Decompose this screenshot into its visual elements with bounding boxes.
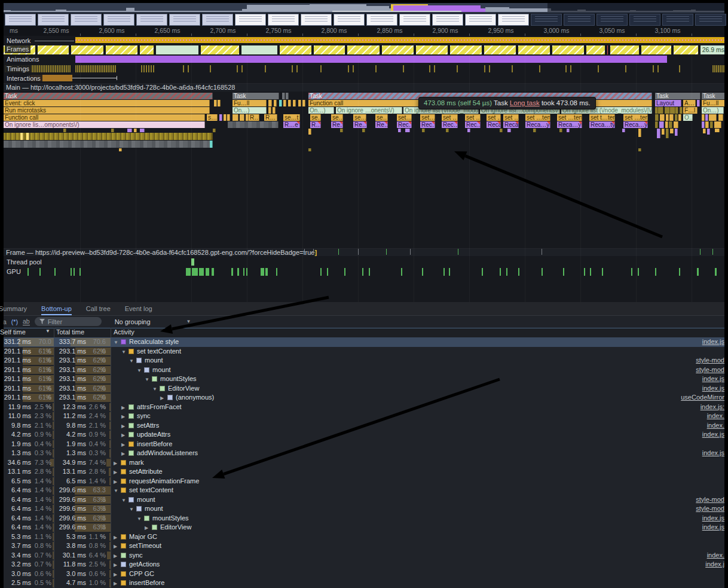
source-link[interactable]: useCodeMirror	[681, 393, 724, 403]
flame-bar[interactable]	[680, 107, 683, 114]
flame-bar[interactable]	[533, 129, 536, 132]
table-row[interactable]: 34.6 ms7.3 %34.9 ms7.4 %▶mark	[4, 458, 724, 468]
tooltip-longtask-link[interactable]: Long task	[510, 99, 540, 106]
flame-bar[interactable]: R…e	[283, 121, 300, 128]
flame-bar[interactable]: Task	[655, 93, 701, 99]
flame-bar[interactable]	[655, 114, 659, 121]
col-activity[interactable]: Activity	[114, 328, 155, 336]
flame-bar[interactable]: se…t	[310, 114, 321, 121]
collapse-arrow-icon[interactable]: ▼	[129, 357, 136, 366]
flame-bar[interactable]: Reca…yle	[525, 121, 550, 128]
flame-bar[interactable]: Function call	[4, 114, 205, 121]
flame-bar[interactable]: set…nt	[420, 114, 435, 121]
frame-segment[interactable]	[156, 45, 200, 54]
interactions-track-label[interactable]: Interactions	[5, 75, 42, 83]
source-link[interactable]: index.	[707, 421, 724, 431]
flame-bar[interactable]	[268, 100, 272, 106]
flame-bar[interactable]: Layout	[655, 100, 681, 106]
flame-bar[interactable]: set …tent	[557, 114, 582, 121]
flame-bar[interactable]: set …ent	[465, 114, 481, 121]
frame-segment[interactable]	[674, 45, 699, 54]
collapse-arrow-icon[interactable]: ▼	[121, 348, 129, 357]
flame-bar[interactable]: set …ent	[442, 114, 458, 121]
flame-bar[interactable]	[705, 121, 709, 128]
screenshot-thumbnail[interactable]	[597, 14, 628, 26]
tab-call-tree[interactable]: Call tree	[86, 302, 111, 315]
flame-bar[interactable]	[705, 114, 708, 121]
network-track-label[interactable]: Network	[5, 37, 32, 45]
flame-bar[interactable]	[662, 129, 665, 135]
flame-bar[interactable]	[63, 129, 66, 132]
flame-bar[interactable]: Event: click	[4, 100, 210, 106]
flame-bar[interactable]	[660, 114, 665, 121]
flame-bar[interactable]	[446, 129, 449, 132]
flame-bar[interactable]: Re…le	[375, 121, 388, 128]
flame-bar[interactable]: set t…tent	[589, 114, 615, 121]
collapse-arrow-icon[interactable]: ▼	[145, 375, 152, 385]
match-case-icon[interactable]: Aa	[4, 318, 7, 325]
source-link[interactable]: index.	[707, 412, 724, 421]
flame-bar[interactable]: Rec…le	[397, 121, 412, 128]
frame-segment[interactable]	[71, 45, 105, 54]
regex-icon[interactable]: (*)	[11, 318, 18, 325]
sort-arrow-icon[interactable]: ▼	[45, 328, 50, 334]
table-row[interactable]: 6.4 ms1.4 %299.6 ms63.3 %▼set textConten…	[4, 486, 724, 495]
flame-bar[interactable]	[422, 129, 425, 132]
flame-bar[interactable]: R…e	[310, 121, 321, 128]
flame-bar[interactable]: On ignore lis…omponents\/)	[4, 121, 205, 128]
col-total-time[interactable]: Total time	[56, 328, 98, 336]
flame-bar[interactable]	[293, 100, 296, 106]
flame-bar[interactable]	[274, 100, 277, 106]
frame-duration-badge[interactable]: 26.9 ms	[701, 45, 724, 54]
source-link[interactable]: style-mod	[696, 356, 724, 365]
source-link[interactable]: index.js	[702, 430, 724, 440]
expand-arrow-icon[interactable]: ▶	[121, 431, 129, 440]
flame-bar[interactable]: Reca…yle	[487, 121, 501, 128]
flame-bar[interactable]	[340, 129, 343, 132]
flame-bar[interactable]	[670, 129, 674, 133]
table-row[interactable]: 3.2 ms0.7 %11.8 ms2.5 %▶getActionsindex.…	[4, 560, 724, 569]
table-row[interactable]: 6.4 ms1.4 %299.6 ms63.3 %▶EditorViewinde…	[4, 523, 724, 532]
flame-bar[interactable]: se…nt	[353, 114, 366, 121]
flame-bar[interactable]	[308, 148, 311, 151]
frame-segment[interactable]	[610, 45, 640, 54]
tracks-area[interactable]: Network Frames Animations Timings Intera…	[4, 36, 724, 302]
screenshot-thumbnail[interactable]	[662, 14, 693, 26]
flame-bar[interactable]	[4, 133, 213, 140]
source-link[interactable]: index.js	[702, 384, 724, 394]
flame-bar[interactable]	[674, 121, 678, 128]
frame-segment[interactable]	[382, 45, 415, 54]
collapse-arrow-icon[interactable]: ▼	[114, 486, 121, 496]
flame-bar[interactable]	[638, 129, 641, 137]
frame-segment[interactable]	[586, 45, 606, 54]
grouping-dropdown-arrow[interactable]: ▼	[186, 319, 191, 324]
flame-bar[interactable]: Task	[702, 93, 724, 99]
animations-track-bar[interactable]	[75, 56, 667, 63]
source-link[interactable]: index.js	[702, 449, 724, 458]
source-link[interactable]: index.js	[702, 514, 724, 523]
flame-bar[interactable]	[20, 133, 23, 140]
table-header[interactable]: Self time ▼ Total time Activity	[4, 328, 724, 338]
frame-segment[interactable]	[552, 45, 585, 54]
expand-arrow-icon[interactable]: ▶	[121, 449, 129, 459]
screenshot-thumbnail[interactable]	[71, 14, 102, 26]
table-row[interactable]: 331.2 ms70.0 %333.7 ms70.6 %▼Recalculate…	[4, 337, 724, 347]
flame-bar[interactable]	[703, 129, 706, 133]
frame-segment[interactable]	[607, 45, 609, 54]
flame-bar[interactable]	[665, 121, 668, 128]
table-row[interactable]: 6.4 ms1.4 %299.6 ms63.3 %▼mountstyle-mod	[4, 495, 724, 505]
screenshot-thumbnail[interactable]	[334, 14, 365, 26]
expand-arrow-icon[interactable]: ▶	[114, 560, 121, 570]
tab-summary[interactable]: Summary	[0, 302, 27, 315]
table-row[interactable]: 291.1 ms61.6 %293.1 ms62.0 %▼mountstyle-…	[4, 365, 724, 375]
flame-bar[interactable]	[282, 93, 285, 99]
flame-bar[interactable]: Task	[233, 93, 279, 99]
tab-event-log[interactable]: Event log	[125, 302, 152, 315]
screenshot-thumbnail[interactable]	[629, 14, 660, 26]
flame-bar[interactable]: Task	[4, 93, 213, 99]
flame-bar[interactable]	[715, 129, 720, 132]
flame-bar[interactable]	[710, 121, 713, 128]
flame-bar[interactable]	[140, 129, 145, 132]
flame-bar[interactable]	[111, 129, 114, 132]
flame-bar[interactable]: Reca…yle	[503, 121, 519, 128]
